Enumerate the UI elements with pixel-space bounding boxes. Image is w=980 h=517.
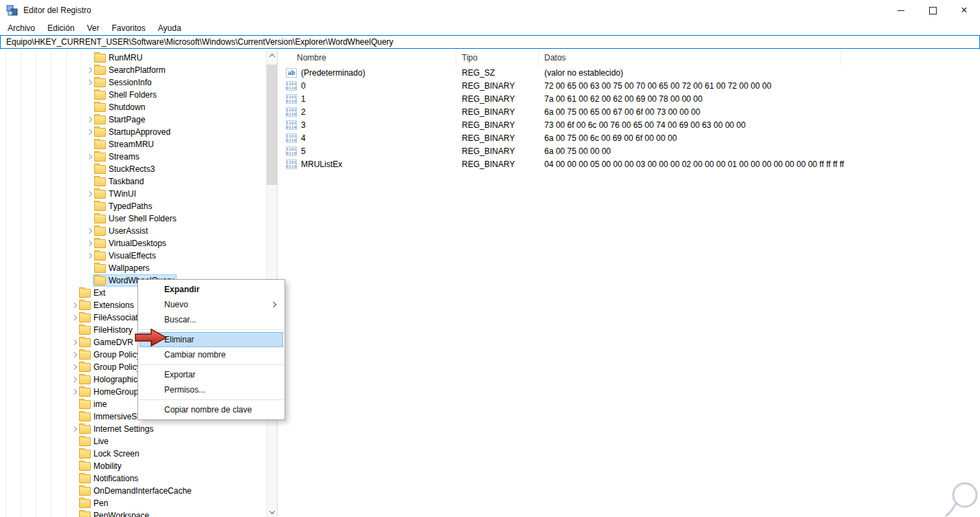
registry-value-row-predeterminado[interactable]: ab(Predeterminado)REG_SZ(valor no establ… (278, 66, 980, 79)
context-menu-item-buscar[interactable]: Buscar... (138, 312, 285, 327)
column-header-name[interactable]: Nombre (278, 50, 456, 66)
folder-icon (94, 78, 106, 87)
chevron-right-icon[interactable] (70, 423, 78, 435)
tree-item-label: Notifications (93, 474, 138, 483)
folder-icon (94, 91, 106, 100)
registry-value-row-0[interactable]: 1101 01100REG_BINARY72 00 65 00 63 00 75… (278, 79, 980, 92)
address-bar[interactable]: Equipo\HKEY_CURRENT_USER\Software\Micros… (0, 35, 980, 49)
tree-item-mobility[interactable]: Mobility (0, 460, 266, 472)
tree-item-pen[interactable]: Pen (0, 497, 266, 509)
tree-item-taskband[interactable]: Taskband (0, 175, 266, 188)
chevron-right-icon[interactable] (85, 225, 93, 237)
context-menu-item-nuevo[interactable]: Nuevo (138, 297, 285, 312)
tree-item-startpage[interactable]: StartPage (0, 113, 266, 126)
value-data-cell: 73 00 6f 00 6c 00 76 00 65 00 74 00 69 0… (539, 120, 980, 130)
column-header-data[interactable]: Datos (539, 50, 841, 66)
chevron-right-icon[interactable] (85, 126, 93, 138)
tree-item-wallpapers[interactable]: Wallpapers (0, 262, 266, 274)
folder-icon (79, 351, 91, 360)
value-data-cell: 6a 00 75 00 00 00 (539, 146, 980, 156)
chevron-right-icon[interactable] (70, 349, 78, 361)
red-arrow-pointer (134, 327, 168, 348)
tree-item-streams[interactable]: Streams (0, 151, 266, 163)
tree-item-user-shell-folders[interactable]: User Shell Folders (0, 212, 266, 225)
tree-item-lock-screen[interactable]: Lock Screen (0, 448, 266, 460)
registry-value-row-5[interactable]: 1101 01105REG_BINARY6a 00 75 00 00 00 (278, 144, 980, 157)
folder-icon (79, 400, 91, 409)
chevron-right-icon[interactable] (85, 151, 93, 163)
tree-item-live[interactable]: Live (0, 435, 266, 448)
folder-icon (94, 140, 106, 149)
folder-icon (79, 437, 91, 446)
tree-item-streammru[interactable]: StreamMRU (0, 138, 266, 151)
folder-icon (79, 326, 91, 335)
menubar-item-archivo[interactable]: Archivo (1, 21, 41, 36)
folder-icon (94, 66, 106, 75)
menubar-item-ver[interactable]: Ver (80, 21, 105, 36)
close-button[interactable]: × (948, 0, 980, 21)
registry-value-row-2[interactable]: 1101 01102REG_BINARY6a 00 75 00 65 00 67… (278, 105, 980, 118)
maximize-button[interactable] (917, 0, 948, 21)
chevron-right-icon[interactable] (70, 361, 78, 373)
chevron-right-icon[interactable] (70, 311, 78, 324)
tree-item-startupapproved[interactable]: StartupApproved (0, 126, 266, 138)
chevron-right-icon (85, 274, 93, 287)
menubar-item-favoritos[interactable]: Favoritos (105, 21, 151, 36)
tree-item-penworkspace[interactable]: PenWorkspace (0, 509, 266, 517)
chevron-right-icon[interactable] (85, 250, 93, 262)
tree-item-label: Lock Screen (93, 449, 140, 459)
context-menu-item-expandir[interactable]: Expandir (138, 282, 285, 297)
tree-item-sessioninfo[interactable]: SessionInfo (0, 76, 266, 89)
chevron-right-icon[interactable] (70, 386, 78, 398)
registry-value-row-mrulistex[interactable]: 1101 0110MRUListExREG_BINARY04 00 00 00 … (278, 157, 980, 170)
context-menu-item-copiar-nombre-de-clave[interactable]: Copiar nombre de clave (138, 402, 285, 417)
menubar-item-ayuda[interactable]: Ayuda (152, 21, 188, 36)
context-menu-item-cambiar-nombre[interactable]: Cambiar nombre (138, 347, 285, 362)
tree-item-stuckrects3[interactable]: StuckRects3 (0, 163, 266, 175)
chevron-right-icon[interactable] (70, 373, 78, 386)
folder-icon (94, 54, 106, 63)
tree-item-twinui[interactable]: TWinUI (0, 188, 266, 200)
tree-item-ondemandinterfacecache[interactable]: OnDemandInterfaceCache (0, 485, 266, 497)
chevron-right-icon[interactable] (85, 76, 93, 89)
tree-item-label: User Shell Folders (109, 214, 177, 223)
value-data-cell: (valor no establecido) (539, 68, 980, 78)
menubar-item-edici-n[interactable]: Edición (41, 21, 80, 36)
registry-value-row-4[interactable]: 1101 01104REG_BINARY6a 00 75 00 6c 00 69… (278, 131, 980, 144)
value-name: 4 (301, 133, 306, 143)
scrollbar-thumb[interactable] (267, 65, 277, 185)
context-menu-item-exportar[interactable]: Exportar (138, 367, 285, 382)
tree-item-notifications[interactable]: Notifications (0, 472, 266, 485)
tree-item-visualeffects[interactable]: VisualEffects (0, 250, 266, 262)
tree-item-typedpaths[interactable]: TypedPaths (0, 200, 266, 212)
chevron-right-icon (70, 410, 78, 423)
tree-item-virtualdesktops[interactable]: VirtualDesktops (0, 237, 266, 250)
chevron-right-icon (70, 435, 78, 448)
context-menu-item-permisos[interactable]: Permisos... (138, 382, 285, 397)
tree-item-userassist[interactable]: UserAssist (0, 225, 266, 237)
chevron-right-icon[interactable] (85, 113, 93, 126)
chevron-right-icon[interactable] (85, 188, 93, 200)
tree-item-internet-settings[interactable]: Internet Settings (0, 423, 266, 435)
folder-icon (94, 276, 106, 285)
tree-item-label: StuckRects3 (109, 164, 155, 174)
tree-item-searchplatform[interactable]: SearchPlatform (0, 64, 266, 76)
scrollbar-down-button[interactable] (267, 507, 277, 517)
chevron-right-icon[interactable] (85, 237, 93, 250)
chevron-right-icon[interactable] (70, 336, 78, 349)
value-type-cell: REG_BINARY (456, 94, 539, 104)
chevron-right-icon[interactable] (85, 64, 93, 76)
registry-value-row-3[interactable]: 1101 01103REG_BINARY73 00 6f 00 6c 00 76… (278, 118, 980, 131)
column-header-type[interactable]: Tipo (456, 50, 539, 66)
tree-item-runmru[interactable]: RunMRU (0, 52, 266, 64)
tree-item-shutdown[interactable]: Shutdown (0, 101, 266, 113)
tree-item-shell-folders[interactable]: Shell Folders (0, 89, 266, 101)
chevron-right-icon[interactable] (70, 299, 78, 311)
value-name-cell: 1101 01100 (278, 81, 456, 91)
chevron-right-icon (70, 509, 78, 517)
folder-icon (79, 425, 91, 434)
scrollbar-up-button[interactable] (267, 50, 277, 60)
registry-value-row-1[interactable]: 1101 01101REG_BINARY7a 00 61 00 62 00 62… (278, 92, 980, 105)
tree-item-label: TypedPaths (109, 201, 152, 211)
minimize-button[interactable] (885, 0, 917, 21)
